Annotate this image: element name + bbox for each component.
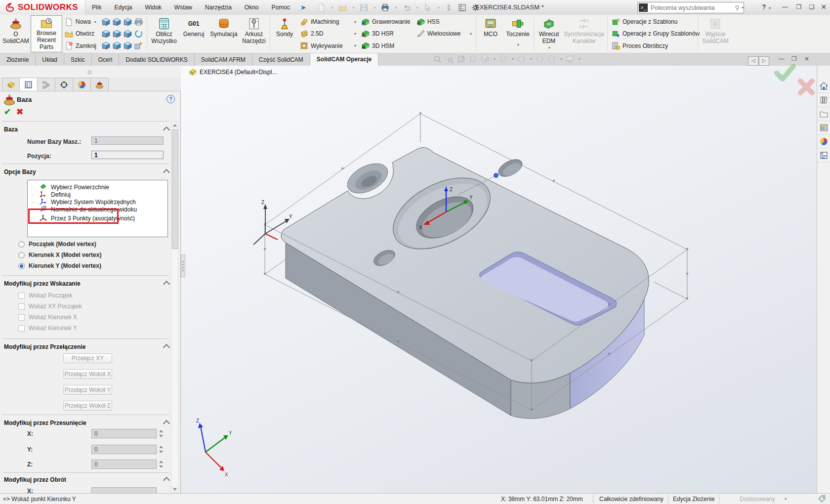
radio-origin-control[interactable] <box>18 241 25 248</box>
prev-doc-button[interactable]: ◁ <box>748 56 758 66</box>
ops-from-template-button[interactable]: Operacje z Szablonu <box>609 16 696 28</box>
turning-button[interactable]: Toczenie ▾ <box>503 15 532 52</box>
collapse-przelaczenie-icon[interactable] <box>163 344 170 351</box>
menu-pomoc[interactable]: Pomoc <box>265 0 296 15</box>
menu-okno[interactable]: Okno <box>238 0 265 15</box>
tool-sheet-button[interactable]: Arkusz Narzędzi <box>240 15 268 52</box>
tags-icon[interactable] <box>818 495 826 503</box>
viewport-layout-icon[interactable] <box>566 55 574 63</box>
simulation-button[interactable]: Symulacja <box>208 15 240 52</box>
save-icon[interactable] <box>360 3 368 12</box>
tab-czesc-solidcam[interactable]: Część SolidCAM <box>252 53 310 66</box>
doc-minimize-button[interactable]: — <box>779 55 785 62</box>
tab-ocen[interactable]: Oceń <box>92 53 120 66</box>
design-library-icon[interactable] <box>817 93 830 107</box>
graphics-area[interactable]: ** ** ** ** ** ** ** * Z Y X <box>181 66 817 493</box>
tab-uklad[interactable]: Układ <box>36 53 64 66</box>
undo-icon[interactable] <box>402 3 411 12</box>
cascade-button[interactable]: ❏ <box>806 2 817 12</box>
hsr-button[interactable]: R3D HSR <box>359 28 414 40</box>
wirecut-dropdown-icon[interactable]: ▾ <box>548 45 550 50</box>
pin-icon[interactable]: ➤ <box>296 3 310 11</box>
panel-splitter-handle[interactable] <box>181 254 185 277</box>
panel-scrollbar[interactable] <box>171 121 178 493</box>
radio-direction-x-control[interactable] <box>18 252 25 258</box>
hsm-button[interactable]: M3D HSM <box>359 40 414 52</box>
file-explorer-icon[interactable] <box>817 107 830 121</box>
collapse-opcje-icon[interactable] <box>163 169 170 176</box>
open-doc-icon[interactable] <box>338 3 347 12</box>
tab-display-manager[interactable] <box>73 78 91 91</box>
custom-properties-icon[interactable] <box>817 149 830 163</box>
close-cam-button[interactable]: Zamknij <box>62 40 99 52</box>
cube-tool-icon[interactable] <box>102 42 110 50</box>
help-icon[interactable]: ? <box>166 95 175 103</box>
feature-tree-breadcrumb[interactable]: EXERCISE4 (Default<Displ... <box>189 68 277 76</box>
probes-button[interactable]: Sondy <box>272 15 297 52</box>
menu-plik[interactable]: Plik <box>85 0 108 15</box>
restore-button[interactable]: ❐ <box>793 2 804 12</box>
tab-dodatki-solidworks[interactable]: Dodatki SOLIDWORKS <box>119 53 194 66</box>
radio-direction-x[interactable]: Kierunek X (Model vertex) <box>18 252 101 258</box>
help-button[interactable]: ? ▾ <box>761 2 772 12</box>
model-part[interactable] <box>281 147 649 419</box>
position-input[interactable] <box>91 151 164 159</box>
collapse-baza-icon[interactable] <box>163 126 170 133</box>
browse-recent-parts-button[interactable]: Browse Recent Parts <box>31 15 62 52</box>
scrollbar-thumb[interactable] <box>172 129 178 249</box>
doc-restore-button[interactable]: ❐ <box>791 55 797 62</box>
radio-direction-y[interactable]: Kierunek Y (Model vertex) <box>18 262 101 269</box>
toggle-icon[interactable] <box>445 3 453 12</box>
view-settings-icon[interactable] <box>517 55 526 63</box>
radio-origin[interactable]: Początek (Model vertex) <box>18 241 96 248</box>
mco-button[interactable]: MCO <box>478 15 503 52</box>
multiaxis-button[interactable]: Wieloosiowe▾ <box>414 28 474 40</box>
scroll-up-button[interactable] <box>171 122 178 128</box>
cube-tool-icon[interactable] <box>124 18 132 26</box>
next-doc-button[interactable]: ▷ <box>759 56 769 66</box>
doc-close-button[interactable]: ✕ <box>804 55 809 62</box>
new-dropdown-icon[interactable]: ▾ <box>94 20 96 24</box>
search-icon[interactable]: ⚲ <box>735 4 741 11</box>
collapse-obrot-icon[interactable] <box>163 477 170 484</box>
search-input[interactable] <box>650 4 735 12</box>
machining-process-button[interactable]: Proces Obróbczy <box>609 40 696 52</box>
cancel-button[interactable]: ✖ <box>16 107 23 117</box>
ok-button[interactable]: ✔ <box>4 107 11 117</box>
close-button[interactable]: ✕ <box>818 2 829 12</box>
shadow-icon[interactable] <box>536 55 544 63</box>
generate-gcode-button[interactable]: G01 Generuj <box>179 15 208 52</box>
op25d-button[interactable]: 2.5D▾ <box>297 28 359 40</box>
engraving-button[interactable]: EGrawerowanie <box>359 16 414 28</box>
print-icon[interactable] <box>381 3 389 12</box>
cube-tool-icon[interactable] <box>124 30 132 38</box>
cube-tool-icon[interactable] <box>113 18 121 26</box>
tab-feature-manager[interactable] <box>2 78 20 91</box>
options-icon[interactable] <box>458 3 466 12</box>
grid-tool-icon[interactable] <box>134 42 143 50</box>
tab-solidcam-afrm[interactable]: SolidCAM AFRM <box>195 53 252 66</box>
home-icon[interactable] <box>817 80 830 93</box>
cube-tool-icon[interactable] <box>102 18 110 26</box>
new-cam-button[interactable]: Nowa▾ <box>62 16 99 28</box>
select-icon[interactable] <box>423 3 432 12</box>
scroll-down-button[interactable] <box>171 486 178 493</box>
status-edit-mode[interactable]: Edycja Złożenie <box>673 496 715 503</box>
view-orientation-icon[interactable] <box>481 55 489 63</box>
tab-solidcam-operacje[interactable]: SolidCAM Operacje <box>310 53 378 66</box>
new-doc-icon[interactable] <box>317 3 326 12</box>
cube-tool-icon[interactable] <box>113 42 121 50</box>
cube-tool-icon[interactable] <box>102 30 110 38</box>
custom-dropdown-icon[interactable]: ▴ <box>785 496 787 501</box>
gesture-tool-icon[interactable] <box>134 30 143 38</box>
scene-icon[interactable] <box>547 55 556 63</box>
hss-button[interactable]: SHSS <box>414 16 474 28</box>
confirm-cancel-button[interactable] <box>797 78 815 96</box>
hidden-lines-icon[interactable] <box>469 55 477 63</box>
tab-configuration-manager[interactable] <box>38 78 55 91</box>
tab-property-manager[interactable] <box>20 78 38 91</box>
open-cam-button[interactable]: Otwórz <box>62 28 99 40</box>
appearances-icon[interactable] <box>817 135 830 149</box>
section-view-icon[interactable] <box>457 55 465 63</box>
collapse-przesuniecie-icon[interactable] <box>163 420 170 427</box>
